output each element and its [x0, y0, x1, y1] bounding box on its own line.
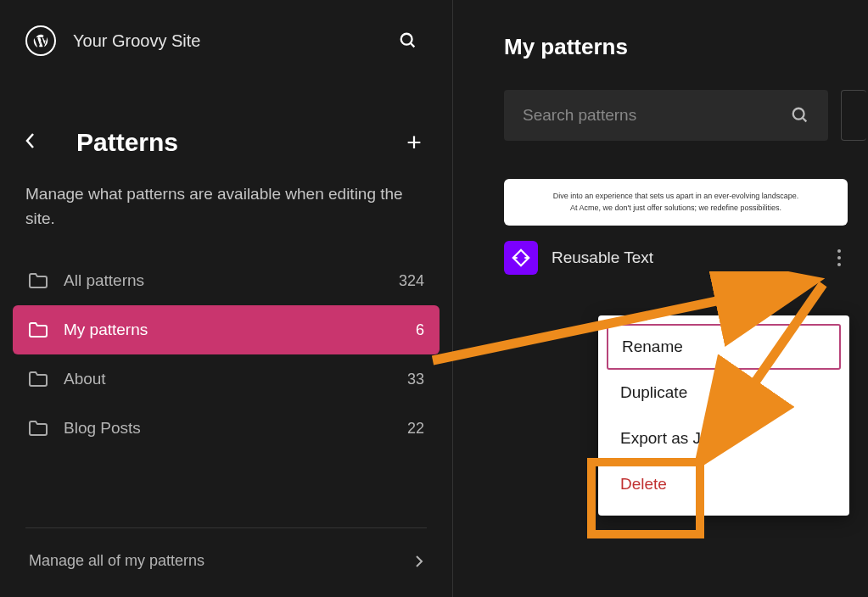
folder-count: 6: [416, 321, 424, 339]
preview-text-2: At Acme, we don't just offer solutions; …: [529, 203, 822, 215]
preview-text-1: Dive into an experience that sets us apa…: [529, 191, 822, 203]
pattern-name: Reusable Text: [552, 248, 817, 267]
page-title: Patterns: [76, 128, 384, 157]
wordpress-logo-icon[interactable]: [25, 25, 56, 56]
search-icon: [791, 106, 809, 125]
folder-count: 22: [407, 420, 424, 438]
filter-button[interactable]: [841, 90, 866, 141]
folder-icon: [28, 272, 48, 289]
menu-item-rename[interactable]: Rename: [607, 324, 841, 370]
folder-item[interactable]: All patterns 324: [13, 256, 440, 305]
svg-point-2: [793, 109, 804, 120]
folder-item[interactable]: Blog Posts 22: [13, 404, 440, 453]
search-button[interactable]: [398, 31, 418, 51]
folder-label: About: [64, 370, 392, 388]
context-menu: RenameDuplicateExport as JSONDelete: [598, 315, 849, 516]
more-options-button[interactable]: [831, 243, 848, 273]
svg-line-1: [411, 43, 415, 47]
folder-label: Blog Posts: [64, 419, 392, 438]
sidebar: Your Groovy Site Patterns + Manage what …: [0, 0, 453, 597]
search-row: [504, 90, 868, 141]
folder-item[interactable]: About 33: [13, 354, 440, 404]
folder-count: 324: [399, 272, 424, 290]
pattern-card[interactable]: Dive into an experience that sets us apa…: [504, 179, 848, 275]
site-title[interactable]: Your Groovy Site: [73, 31, 381, 51]
folder-icon: [28, 420, 48, 437]
folder-label: My patterns: [64, 321, 400, 339]
folder-count: 33: [407, 371, 424, 388]
svg-line-3: [803, 118, 807, 122]
search-input-wrap[interactable]: [504, 90, 828, 141]
page-description: Manage what patterns are available when …: [0, 165, 452, 256]
menu-item-delete[interactable]: Delete: [598, 461, 849, 507]
manage-patterns-link[interactable]: Manage all of my patterns: [25, 527, 427, 580]
menu-item-export-as-json[interactable]: Export as JSON: [598, 416, 849, 461]
folder-list: All patterns 324 My patterns 6 About 33 …: [0, 256, 452, 453]
sidebar-header: Your Groovy Site: [0, 0, 452, 64]
back-chevron-icon[interactable]: [25, 131, 42, 154]
manage-link-label: Manage all of my patterns: [29, 552, 204, 570]
chevron-right-icon: [415, 555, 423, 568]
search-input[interactable]: [523, 106, 791, 125]
menu-item-duplicate[interactable]: Duplicate: [598, 370, 849, 416]
folder-label: All patterns: [64, 271, 384, 290]
add-pattern-button[interactable]: +: [401, 128, 427, 157]
main-title: My patterns: [504, 34, 868, 60]
folder-icon: [28, 321, 48, 338]
folder-item[interactable]: My patterns 6: [13, 305, 440, 354]
folder-icon: [28, 371, 48, 388]
pattern-meta: Reusable Text: [504, 241, 848, 275]
svg-point-0: [401, 34, 412, 45]
pattern-preview: Dive into an experience that sets us apa…: [504, 179, 848, 226]
patterns-title-row: Patterns +: [0, 64, 452, 165]
reusable-block-icon: [504, 241, 538, 275]
